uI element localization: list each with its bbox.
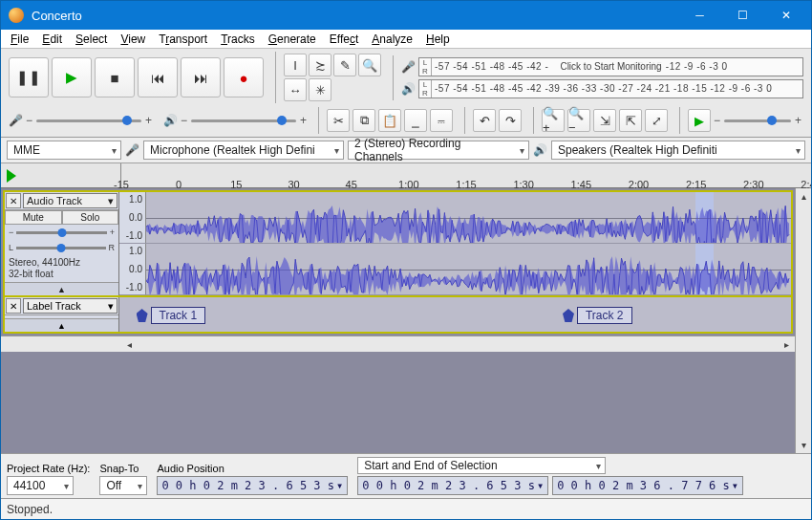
fit-project-button[interactable]: ⇱ — [619, 109, 642, 132]
play-volume-slider[interactable]: −+ — [181, 114, 307, 127]
stop-button[interactable]: ■ — [95, 57, 135, 98]
waveform-left — [146, 192, 791, 243]
selection-mode-dropdown[interactable]: Start and End of Selection — [357, 457, 606, 474]
track-gain-slider[interactable]: −+ — [5, 225, 118, 240]
scroll-up-button[interactable]: ▴ — [796, 188, 811, 205]
audio-position-field[interactable]: 0 0 h 0 2 m 2 3 . 6 5 3 s▾ — [157, 476, 348, 495]
label-lane[interactable]: Track 1 Track 2 — [119, 297, 791, 332]
audio-host-dropdown[interactable]: MME — [7, 141, 121, 160]
cut-button[interactable]: ✂ — [327, 109, 350, 132]
horizontal-scrollbar[interactable]: ◂ ▸ — [1, 336, 795, 352]
trim-button[interactable]: ⎯ — [404, 109, 427, 132]
audio-channel-left[interactable]: 1.00.0-1.0 — [119, 192, 791, 244]
skip-end-button[interactable]: ⏭ — [181, 57, 221, 98]
audio-track: ✕ Audio Track▾ Mute Solo −+ LR Stereo, 4… — [3, 190, 793, 297]
track-close-button[interactable]: ✕ — [6, 193, 21, 208]
menu-edit[interactable]: Edit — [36, 31, 68, 48]
scroll-left-button[interactable]: ◂ — [121, 336, 138, 353]
maximize-button[interactable]: ☐ — [721, 1, 764, 30]
track-pan-slider[interactable]: LR — [5, 240, 118, 255]
vertical-scrollbar[interactable]: ▴ ▾ — [795, 188, 811, 453]
record-meter-hint: Click to Start Monitoring — [558, 61, 663, 72]
menu-generate[interactable]: Generate — [263, 31, 322, 48]
playback-device-dropdown[interactable]: Speakers (Realtek High Definiti — [551, 141, 805, 160]
play-at-speed: ▶ −+ — [679, 107, 805, 134]
minimize-button[interactable]: ─ — [678, 1, 721, 30]
zoom-out-button[interactable]: 🔍− — [567, 109, 590, 132]
tools-toolbar: I ≿ ✎ 🔍 ↔ ✳ — [275, 52, 385, 103]
record-button[interactable]: ● — [224, 57, 264, 98]
zoom-tool[interactable]: 🔍 — [358, 54, 381, 76]
zoom-in-button[interactable]: 🔍+ — [542, 109, 565, 132]
project-rate-dropdown[interactable]: 44100 — [7, 476, 74, 495]
tracks-area: ✕ Audio Track▾ Mute Solo −+ LR Stereo, 4… — [1, 188, 811, 453]
label-text-1[interactable]: Track 1 — [151, 307, 206, 324]
project-rate-label: Project Rate (Hz): — [7, 463, 90, 474]
play-button[interactable]: ▶ — [52, 57, 92, 98]
redo-button[interactable]: ↷ — [499, 109, 522, 132]
play-speed-slider[interactable]: −+ — [714, 114, 801, 127]
envelope-tool[interactable]: ≿ — [309, 54, 331, 76]
menu-effect[interactable]: Effect — [324, 31, 364, 48]
mute-button[interactable]: Mute — [5, 210, 62, 225]
menu-file[interactable]: File — [5, 31, 34, 48]
audio-channel-right[interactable]: 1.00.0-1.0 — [119, 244, 791, 295]
selection-start-field[interactable]: 0 0 h 0 2 m 2 3 . 6 5 3 s▾ — [357, 476, 548, 495]
timeline-ruler[interactable]: -1501530451:001:151:301:452:002:152:302:… — [1, 163, 811, 188]
label-track-menu-dropdown[interactable]: Label Track▾ — [23, 298, 118, 314]
record-volume-slider[interactable]: −+ — [26, 114, 152, 127]
timeshift-tool[interactable]: ↔ — [284, 78, 307, 101]
speaker-icon-2 — [163, 115, 178, 126]
play-speed-button[interactable]: ▶ — [688, 109, 711, 132]
multi-tool[interactable]: ✳ — [309, 78, 331, 101]
main-toolbars: ❚❚ ▶ ■ ⏮ ⏭ ● I ≿ ✎ 🔍 ↔ ✳ LR — [1, 49, 811, 138]
label-track-collapse-button[interactable]: ▲ — [5, 318, 118, 332]
mic-icon-2 — [9, 115, 23, 126]
menu-analyze[interactable]: Analyze — [366, 31, 418, 48]
scroll-right-button[interactable]: ▸ — [779, 336, 795, 353]
play-mixer: −+ — [160, 112, 310, 129]
mic-icon-3 — [125, 144, 139, 156]
scroll-down-button[interactable]: ▾ — [796, 437, 811, 453]
zoom-toggle-button[interactable]: ⤢ — [645, 109, 668, 132]
label-text-2[interactable]: Track 2 — [577, 307, 632, 324]
fit-selection-button[interactable]: ⇲ — [593, 109, 616, 132]
menu-tracks[interactable]: Tracks — [215, 31, 261, 48]
label-marker-1[interactable]: Track 1 — [137, 307, 206, 324]
undo-toolbar: ↶ ↷ — [464, 107, 525, 134]
draw-tool[interactable]: ✎ — [333, 54, 356, 76]
timeline-quickplay-corner[interactable] — [1, 163, 121, 187]
ruler-tick: 2:45 — [801, 179, 812, 190]
selection-end-field[interactable]: 0 0 h 0 2 m 3 6 . 7 7 6 s▾ — [552, 476, 743, 495]
track-menu-dropdown[interactable]: Audio Track▾ — [23, 193, 118, 208]
pause-button[interactable]: ❚❚ — [9, 57, 49, 98]
quickplay-icon — [7, 169, 16, 183]
playback-meter[interactable]: LR -57 -54 -51 -48 -45 -42 -39 -36 -33 -… — [418, 79, 803, 98]
audio-position-label: Audio Position — [157, 463, 348, 474]
menu-select[interactable]: Select — [70, 31, 113, 48]
record-device-dropdown[interactable]: Microphone (Realtek High Defini — [143, 141, 344, 160]
track-collapse-button[interactable]: ▲ — [5, 282, 118, 295]
silence-button[interactable]: ⎓ — [430, 109, 453, 132]
record-meter[interactable]: LR -57 -54 -51 -48 -45 -42 - Click to St… — [418, 57, 803, 76]
solo-button[interactable]: Solo — [62, 210, 119, 225]
record-channels-dropdown[interactable]: 2 (Stereo) Recording Channels — [348, 141, 529, 160]
paste-button[interactable]: 📋 — [378, 109, 401, 132]
menu-transport[interactable]: Transport — [153, 31, 213, 48]
selection-tool[interactable]: I — [284, 54, 307, 76]
copy-button[interactable]: ⧉ — [353, 109, 375, 132]
label-marker-2[interactable]: Track 2 — [563, 307, 632, 324]
menu-view[interactable]: View — [115, 31, 151, 48]
speaker-icon — [401, 83, 416, 95]
status-bar: Stopped. — [1, 498, 811, 519]
snap-to-label: Snap-To — [99, 463, 147, 474]
snap-to-dropdown[interactable]: Off — [99, 476, 147, 495]
undo-button[interactable]: ↶ — [473, 109, 496, 132]
audio-track-header: ✕ Audio Track▾ Mute Solo −+ LR Stereo, 4… — [5, 192, 119, 295]
selection-toolbar: Project Rate (Hz): 44100 Snap-To Off Aud… — [1, 453, 811, 498]
close-button[interactable]: ✕ — [764, 1, 807, 30]
skip-start-button[interactable]: ⏮ — [138, 57, 178, 98]
label-track-close-button[interactable]: ✕ — [6, 298, 21, 314]
label-pin-icon — [137, 309, 148, 322]
menu-help[interactable]: Help — [420, 31, 456, 48]
